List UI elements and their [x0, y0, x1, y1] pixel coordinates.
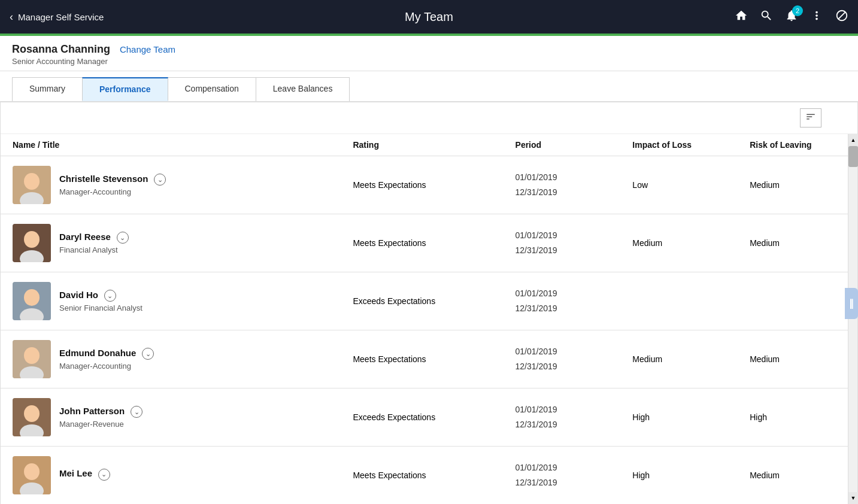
- impact-of-loss-cell: [623, 272, 740, 330]
- rating-cell: Meets Expectations: [343, 156, 505, 214]
- period-start: 01/01/2019: [516, 402, 614, 417]
- scrollbar-up-arrow[interactable]: ▲: [848, 134, 858, 146]
- employee-job-title: Manager-Accounting: [59, 362, 154, 371]
- avatar: [13, 398, 51, 436]
- scrollbar-down-arrow[interactable]: ▼: [848, 492, 858, 504]
- impact-of-loss-cell: High: [623, 388, 740, 447]
- svg-point-1: [24, 173, 40, 190]
- header: ‹ Manager Self Service My Team 2: [0, 0, 858, 34]
- page-title: My Team: [405, 10, 453, 24]
- employee-cell: Christelle Stevenson ⌄ Manager-Accountin…: [1, 156, 343, 214]
- employee-job-title: Financial Analyst: [59, 245, 129, 254]
- tab-summary[interactable]: Summary: [12, 77, 83, 101]
- change-team-link[interactable]: Change Team: [120, 44, 175, 54]
- period-end: 12/31/2019: [516, 359, 614, 374]
- more-menu-icon[interactable]: [810, 9, 823, 25]
- period-end: 12/31/2019: [516, 243, 614, 258]
- scrollbar[interactable]: ▲ ▼: [848, 134, 857, 504]
- risk-of-leaving-cell: Medium: [740, 447, 857, 505]
- rating-cell: Exceeds Expectations: [343, 388, 505, 447]
- avatar: [13, 166, 51, 204]
- col-rating: Rating: [343, 134, 505, 156]
- employee-name: David Ho: [59, 290, 98, 300]
- employee-job-title: Senior Financial Analyst: [59, 303, 143, 312]
- risk-of-leaving-cell: Medium: [740, 156, 857, 214]
- sort-toolbar: [1, 102, 857, 134]
- employee-job-title: Manager-Accounting: [59, 187, 166, 196]
- col-period: Period: [506, 134, 623, 156]
- employee-dropdown-icon[interactable]: ⌄: [131, 406, 143, 418]
- impact-of-loss-cell: Medium: [623, 330, 740, 388]
- col-risk-of-leaving: Risk of Leaving: [740, 134, 857, 156]
- employee-name: Edmund Donahue: [59, 348, 136, 358]
- tab-leave-balances[interactable]: Leave Balances: [256, 77, 350, 101]
- svg-point-10: [24, 347, 40, 364]
- employee-job-title: Manager-Revenue: [59, 420, 143, 429]
- period-start: 01/01/2019: [516, 228, 614, 243]
- employee-dropdown-icon[interactable]: ⌄: [142, 348, 154, 360]
- back-arrow-icon[interactable]: ‹: [10, 11, 13, 23]
- svg-point-7: [24, 289, 40, 306]
- side-panel-tab[interactable]: ‖: [845, 288, 858, 319]
- sort-button[interactable]: [800, 108, 821, 127]
- main-content: Name / Title Rating Period Impact of Los…: [0, 102, 858, 504]
- svg-point-4: [24, 231, 40, 248]
- notifications-icon[interactable]: 2: [785, 9, 798, 25]
- app-title: Manager Self Service: [18, 12, 104, 22]
- avatar: [13, 224, 51, 262]
- employee-dropdown-icon[interactable]: ⌄: [117, 232, 129, 244]
- period-start: 01/01/2019: [516, 344, 614, 359]
- col-name-title: Name / Title: [1, 134, 343, 156]
- table-row: John Patterson ⌄ Manager-Revenue Exceeds…: [1, 388, 857, 447]
- svg-point-13: [24, 405, 40, 422]
- avatar: [13, 340, 51, 378]
- employee-cell: John Patterson ⌄ Manager-Revenue: [1, 388, 343, 447]
- table-row: Christelle Stevenson ⌄ Manager-Accountin…: [1, 156, 857, 214]
- impact-of-loss-cell: Low: [623, 156, 740, 214]
- employee-name: Mei Lee: [59, 468, 92, 478]
- period-end: 12/31/2019: [516, 301, 614, 316]
- tabs-bar: Summary Performance Compensation Leave B…: [0, 71, 858, 102]
- tab-compensation[interactable]: Compensation: [168, 77, 256, 101]
- rating-cell: Exceeds Expectations: [343, 272, 505, 330]
- employee-cell: Edmund Donahue ⌄ Manager-Accounting: [1, 330, 343, 388]
- period-cell: 01/01/201912/31/2019: [506, 388, 623, 447]
- period-cell: 01/01/201912/31/2019: [506, 214, 623, 272]
- employee-name: Daryl Reese: [59, 232, 111, 242]
- risk-of-leaving-cell: Medium: [740, 214, 857, 272]
- employee-dropdown-icon[interactable]: ⌄: [104, 290, 116, 302]
- period-cell: 01/01/201912/31/2019: [506, 156, 623, 214]
- col-impact-of-loss: Impact of Loss: [623, 134, 740, 156]
- period-start: 01/01/2019: [516, 286, 614, 301]
- risk-of-leaving-cell: [740, 272, 857, 330]
- table-row: Daryl Reese ⌄ Financial Analyst Meets Ex…: [1, 214, 857, 272]
- risk-of-leaving-cell: Medium: [740, 330, 857, 388]
- employee-dropdown-icon[interactable]: ⌄: [154, 174, 166, 186]
- rating-cell: Meets Expectations: [343, 214, 505, 272]
- impact-of-loss-cell: High: [623, 447, 740, 505]
- employee-name: John Patterson: [59, 406, 125, 416]
- home-icon[interactable]: [735, 9, 748, 25]
- period-cell: 01/01/201912/31/2019: [506, 272, 623, 330]
- scrollbar-thumb[interactable]: [848, 146, 858, 167]
- avatar: [13, 456, 51, 494]
- employee-dropdown-icon[interactable]: ⌄: [98, 469, 110, 481]
- block-icon[interactable]: [835, 9, 848, 25]
- period-start: 01/01/2019: [516, 170, 614, 185]
- risk-of-leaving-cell: High: [740, 388, 857, 447]
- rating-cell: Meets Expectations: [343, 330, 505, 388]
- table-row: Edmund Donahue ⌄ Manager-Accounting Meet…: [1, 330, 857, 388]
- impact-of-loss-cell: Medium: [623, 214, 740, 272]
- tab-performance[interactable]: Performance: [82, 77, 168, 101]
- period-end: 12/31/2019: [516, 475, 614, 490]
- search-icon[interactable]: [760, 9, 773, 25]
- user-name: Rosanna Channing: [12, 43, 110, 55]
- user-bar: Rosanna Channing Change Team Senior Acco…: [0, 36, 858, 71]
- employee-name: Christelle Stevenson: [59, 174, 148, 184]
- period-start: 01/01/2019: [516, 460, 614, 475]
- period-cell: 01/01/201912/31/2019: [506, 447, 623, 505]
- period-end: 12/31/2019: [516, 417, 614, 432]
- avatar: [13, 282, 51, 320]
- employee-cell: Mei Lee ⌄: [1, 447, 343, 505]
- nav-back[interactable]: ‹ Manager Self Service: [10, 11, 104, 23]
